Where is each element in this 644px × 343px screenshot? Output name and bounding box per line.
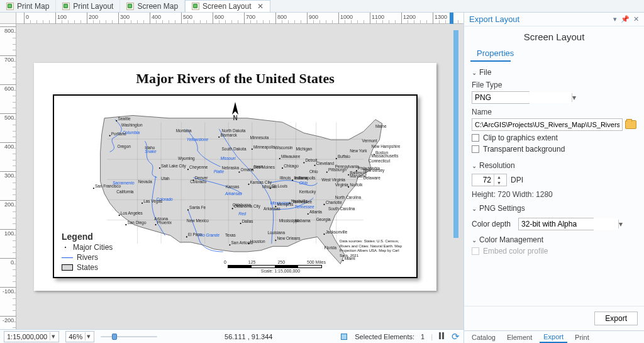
zoom-slider[interactable] (101, 332, 157, 341)
svg-text:Atlanta: Atlanta (309, 210, 322, 214)
svg-point-99 (252, 169, 253, 170)
file-name-input[interactable] (472, 118, 623, 131)
zoom-dropdown[interactable]: 46%▾ (65, 331, 94, 342)
scale-dropdown[interactable]: 1:15,000,000▾ (4, 331, 59, 342)
svg-point-111 (303, 162, 304, 163)
chevron-down-icon: ▾ (85, 332, 91, 340)
svg-text:Texas: Texas (225, 233, 236, 237)
svg-point-79 (187, 209, 189, 210)
panel-tab-element[interactable]: Element (503, 332, 536, 342)
north-label: N (229, 115, 242, 121)
svg-text:Buffalo: Buffalo (338, 154, 350, 159)
map-frame[interactable]: N ColumbiaSnakeSacramentoColoradoYellows… (53, 94, 418, 278)
document-tabs: Print Map Print Layout Screen Map Screen… (0, 0, 644, 13)
svg-point-67 (119, 215, 120, 216)
svg-text:Norfolk: Norfolk (350, 183, 363, 187)
svg-point-97 (252, 149, 253, 150)
tab-label: Screen Map (137, 2, 178, 11)
svg-text:Snake: Snake (145, 149, 157, 154)
layout-icon (126, 3, 134, 10)
svg-point-137 (218, 137, 219, 138)
svg-point-69 (125, 224, 126, 225)
refresh-button[interactable]: ⟳ (452, 332, 460, 341)
clip-checkbox[interactable]: Clip to graphics extent (472, 133, 636, 142)
file-name-label: Name (472, 108, 636, 116)
transparent-checkbox[interactable]: Transparent background (472, 145, 636, 154)
svg-point-83 (240, 223, 242, 224)
svg-text:El Paso: El Paso (188, 232, 203, 237)
scale-bar[interactable]: 0125250500 Miles Scale: 1:15,000,000 (224, 260, 337, 273)
north-arrow[interactable]: N (229, 102, 242, 121)
svg-point-133 (374, 154, 375, 155)
svg-point-129 (356, 170, 357, 171)
scale-caption: Scale: 1:15,000,000 (224, 269, 337, 273)
up-icon[interactable]: ▲ (494, 174, 504, 180)
svg-text:Virginia: Virginia (335, 183, 349, 188)
svg-text:Jacksonville: Jacksonville (326, 230, 348, 234)
svg-text:Indianapolis: Indianapolis (294, 176, 315, 181)
svg-point-93 (248, 184, 249, 185)
file-type-dropdown[interactable]: ▾ (472, 91, 530, 104)
svg-text:Bismarck: Bismarck (220, 133, 237, 137)
svg-text:Nashville: Nashville (291, 199, 308, 203)
svg-marker-0 (232, 102, 238, 115)
down-icon[interactable]: ▼ (494, 180, 504, 186)
tab-screen-layout[interactable]: Screen Layout✕ (185, 0, 270, 12)
layout-icon (6, 3, 14, 10)
svg-text:Las Vegas: Las Vegas (143, 199, 162, 204)
file-type-label: File Type (472, 81, 636, 89)
horizontal-ruler: 0100200300400500600700800900100011001200… (16, 13, 464, 24)
layout-page[interactable]: Major Rivers of the United States N Colu… (34, 63, 436, 291)
panel-tab-catalog[interactable]: Catalog (468, 332, 499, 342)
svg-text:Montana: Montana (176, 128, 192, 133)
map-title: Major Rivers of the United States (34, 70, 436, 87)
svg-point-65 (93, 188, 94, 189)
section-file[interactable]: ⌄File (472, 68, 636, 77)
tab-print-map[interactable]: Print Map (0, 0, 56, 12)
svg-point-105 (282, 167, 283, 169)
svg-point-135 (336, 158, 337, 159)
color-depth-label: Color depth (472, 220, 511, 228)
svg-point-115 (289, 203, 291, 204)
chevron-down-icon: ⌄ (472, 69, 477, 76)
svg-text:North Carolina: North Carolina (335, 195, 362, 200)
chevron-down-icon: ▾ (618, 220, 623, 228)
export-button[interactable]: Export (594, 312, 638, 325)
panel-menu-button[interactable]: ▾ (613, 15, 617, 23)
panel-tab-print[interactable]: Print (571, 332, 593, 342)
tab-screen-map[interactable]: Screen Map (120, 0, 185, 12)
close-icon[interactable]: ✕ (257, 2, 264, 11)
svg-point-63 (109, 135, 111, 137)
pause-drawing-button[interactable] (439, 332, 445, 340)
svg-text:San Diego: San Diego (127, 220, 146, 225)
color-depth-dropdown[interactable]: ▾ (518, 218, 594, 230)
embed-color-profile-checkbox: Embed color profile (472, 247, 636, 256)
legend-symbol-rivers (62, 257, 73, 258)
svg-text:Phoenix: Phoenix (157, 220, 172, 225)
panel-tab-export[interactable]: Export (540, 332, 567, 343)
svg-text:Des Moines: Des Moines (253, 165, 275, 169)
svg-text:Maine: Maine (375, 124, 387, 128)
tab-print-layout[interactable]: Print Layout (56, 0, 120, 12)
svg-text:San Antonio: San Antonio (231, 240, 253, 245)
selected-elements-icon (340, 332, 348, 341)
svg-text:Denver: Denver (195, 176, 209, 180)
legend-symbol-states (62, 264, 73, 271)
svg-text:Red: Red (238, 211, 246, 216)
properties-tab[interactable]: Properties (470, 48, 511, 62)
close-icon[interactable]: ✕ (633, 15, 639, 23)
browse-button[interactable] (625, 120, 636, 129)
svg-text:Pittsburgh: Pittsburgh (328, 167, 347, 172)
section-png-settings[interactable]: ⌄PNG Settings (472, 204, 636, 213)
vertical-ruler: 8007006005004003002001000-100-200 (0, 24, 16, 329)
legend[interactable]: Legend Major Cities Rivers States (62, 232, 131, 272)
panel-title: Export Layout (469, 14, 519, 24)
svg-point-95 (238, 171, 240, 172)
section-resolution[interactable]: ⌄Resolution (472, 161, 636, 170)
pin-icon[interactable]: 📌 (621, 15, 630, 23)
chevron-down-icon: ▾ (50, 332, 56, 340)
selected-elements-label: Selected Elements: (355, 333, 414, 340)
svg-point-123 (323, 204, 325, 205)
dpi-spinner[interactable]: ▲▼ (472, 174, 507, 186)
section-color-management[interactable]: ⌄Color Management (472, 235, 636, 244)
